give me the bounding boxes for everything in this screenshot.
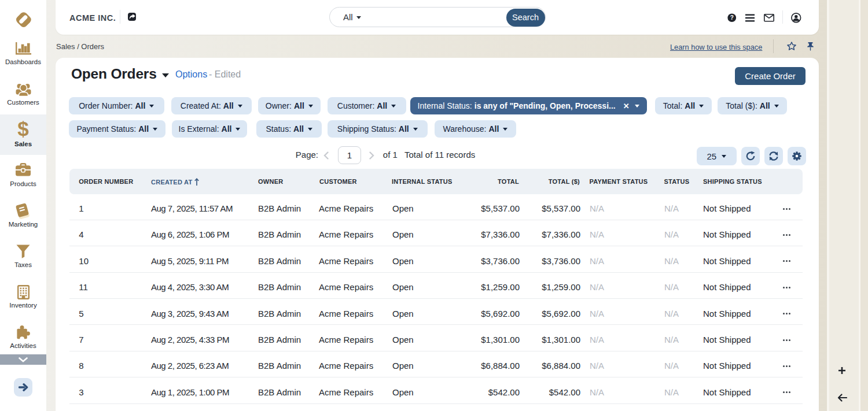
svg-text:?: ? xyxy=(730,14,733,21)
